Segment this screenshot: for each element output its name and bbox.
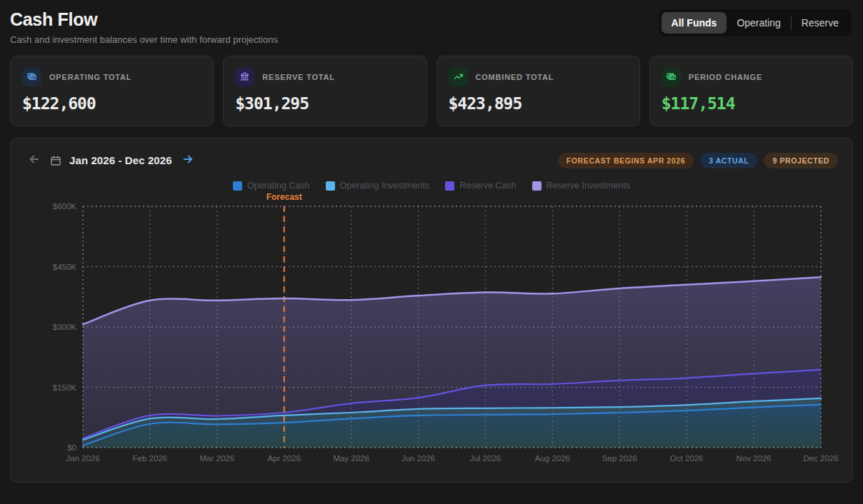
arrow-right-icon xyxy=(181,153,194,168)
tab-operating[interactable]: Operating xyxy=(727,12,790,34)
card-value: $423,895 xyxy=(449,94,628,113)
svg-text:Nov 2026: Nov 2026 xyxy=(736,454,771,463)
card-value: $122,600 xyxy=(22,94,201,113)
tab-all-funds[interactable]: All Funds xyxy=(662,12,727,34)
legend-label: Operating Investments xyxy=(340,181,430,191)
cash-flow-dashboard: Cash Flow Cash and investment balances o… xyxy=(0,0,863,504)
svg-text:Mar 2026: Mar 2026 xyxy=(200,454,235,463)
card-value: $301,295 xyxy=(235,94,414,113)
svg-text:Jan 2026: Jan 2026 xyxy=(66,454,99,463)
svg-text:$600K: $600K xyxy=(53,202,77,211)
svg-text:Forecast: Forecast xyxy=(266,192,302,202)
chart-legend: Operating CashOperating InvestmentsReser… xyxy=(11,175,852,191)
svg-text:Jun 2026: Jun 2026 xyxy=(401,454,435,463)
card-operating-total: OPERATING TOTAL $122,600 xyxy=(10,56,214,126)
header-text: Cash Flow Cash and investment balances o… xyxy=(10,9,278,45)
svg-text:$150K: $150K xyxy=(53,383,77,392)
arrow-left-icon xyxy=(28,153,41,168)
trending-up-icon xyxy=(449,67,468,86)
card-label: COMBINED TOTAL xyxy=(476,73,554,81)
topbar: Cash Flow Cash and investment balances o… xyxy=(0,0,863,45)
forecast-begins-badge: FORECAST BEGINS APR 2026 xyxy=(558,153,694,168)
card-combined-total: COMBINED TOTAL $423,895 xyxy=(437,56,640,126)
legend-label: Operating Cash xyxy=(247,181,310,191)
cash-flow-chart-panel: Jan 2026 - Dec 2026 FORECAST BEGINS APR … xyxy=(10,138,853,483)
card-reserve-total: RESERVE TOTAL $301,295 xyxy=(223,56,426,126)
next-period-button[interactable] xyxy=(180,151,196,169)
svg-text:$450K: $450K xyxy=(53,263,77,271)
card-value: $117,514 xyxy=(662,94,841,113)
card-label: PERIOD CHANGE xyxy=(689,73,762,81)
legend-swatch-icon xyxy=(326,181,335,191)
svg-text:Apr 2026: Apr 2026 xyxy=(267,454,301,463)
legend-item[interactable]: Reserve Investments xyxy=(532,181,630,191)
svg-text:Sep 2026: Sep 2026 xyxy=(602,454,637,463)
svg-text:Jul 2026: Jul 2026 xyxy=(470,454,501,463)
stat-cards: OPERATING TOTAL $122,600 RESERVE TOTAL $… xyxy=(10,56,853,126)
page-title: Cash Flow xyxy=(10,9,278,30)
projected-count-badge: 9 PROJECTED xyxy=(764,153,838,168)
legend-swatch-icon xyxy=(233,181,242,191)
svg-text:Feb 2026: Feb 2026 xyxy=(133,454,168,463)
fund-filter-tabs: All Funds Operating Reserve xyxy=(659,9,852,36)
stacked-area-chart: Forecast$0$150K$300K$450K$600KJan 2026Fe… xyxy=(11,191,852,476)
chart-area: Forecast$0$150K$300K$450K$600KJan 2026Fe… xyxy=(11,191,852,476)
svg-text:$300K: $300K xyxy=(53,323,77,331)
legend-swatch-icon xyxy=(532,181,542,191)
chart-panel-header: Jan 2026 - Dec 2026 FORECAST BEGINS APR … xyxy=(11,138,852,175)
svg-text:Oct 2026: Oct 2026 xyxy=(670,454,704,463)
date-range-nav: Jan 2026 - Dec 2026 xyxy=(26,151,196,169)
legend-item[interactable]: Operating Investments xyxy=(326,181,430,191)
legend-label: Reserve Investments xyxy=(547,181,630,191)
calendar-icon xyxy=(50,155,61,166)
banknotes-icon xyxy=(22,67,41,86)
card-label: RESERVE TOTAL xyxy=(262,73,334,81)
tab-reserve[interactable]: Reserve xyxy=(792,12,849,34)
svg-text:May 2026: May 2026 xyxy=(333,454,369,463)
legend-item[interactable]: Reserve Cash xyxy=(445,181,516,191)
card-label: OPERATING TOTAL xyxy=(49,73,131,81)
page-subtitle: Cash and investment balances over time w… xyxy=(10,34,278,45)
legend-swatch-icon xyxy=(445,181,454,191)
svg-text:Dec 2026: Dec 2026 xyxy=(803,454,838,463)
card-period-change: PERIOD CHANGE $117,514 xyxy=(649,56,853,126)
legend-item[interactable]: Operating Cash xyxy=(233,181,310,191)
svg-text:Aug 2026: Aug 2026 xyxy=(535,454,570,463)
date-range-label: Jan 2026 - Dec 2026 xyxy=(69,154,172,166)
actual-count-badge: 3 ACTUAL xyxy=(700,153,757,168)
previous-period-button[interactable] xyxy=(26,151,42,169)
banknotes-icon xyxy=(662,67,681,86)
bank-icon xyxy=(235,67,254,86)
legend-label: Reserve Cash xyxy=(459,181,516,191)
chart-badges: FORECAST BEGINS APR 2026 3 ACTUAL 9 PROJ… xyxy=(558,153,838,168)
svg-text:$0: $0 xyxy=(67,443,76,452)
